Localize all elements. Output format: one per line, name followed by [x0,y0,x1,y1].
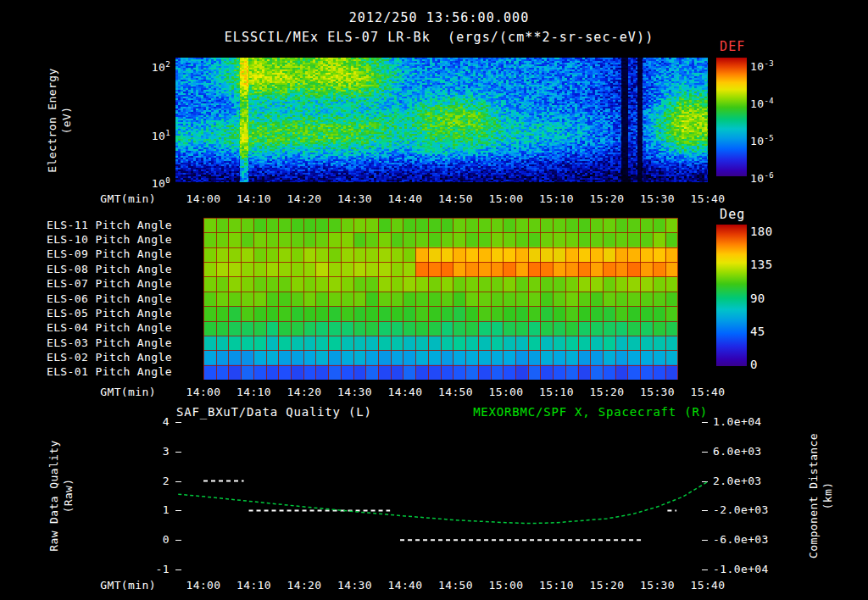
quality-tick-label: 1 [132,503,170,517]
time-tick-label: 15:20 [586,192,628,206]
deg-colorbar-tick-label: 135 [750,258,773,271]
time-tick-label: 14:10 [233,386,275,399]
time-tick-label: 14:50 [435,579,477,592]
time-tick-label: 15:30 [637,579,679,592]
time-tick-label: 14:10 [233,579,275,592]
time-tick-label: 14:20 [283,192,326,206]
pitch-row-label: ELS-05 Pitch Angle [45,307,172,320]
pitch-row-label: ELS-10 Pitch Angle [45,233,172,247]
def-colorbar-tick-label: 10-6 [750,169,774,186]
pitch-row-label: ELS-03 Pitch Angle [45,336,172,350]
time-tick-label: 15:10 [536,386,578,399]
deg-colorbar [716,225,747,366]
pitch-row-label: ELS-01 Pitch Angle [45,365,172,379]
def-colorbar [716,58,747,176]
pitch-row-label: ELS-07 Pitch Angle [45,277,172,291]
deg-colorbar-tick-label: 90 [750,292,765,305]
time-tick-label: 15:00 [485,386,527,399]
time-tick-label: 14:00 [182,579,225,592]
spacecraft-series-title: MEXORBMC/SPF X, Spacecraft (R) [424,405,708,419]
quality-series-title: SAF_BXuT/Data Quality (L) [176,405,372,419]
pitch-row-label: ELS-08 Pitch Angle [45,263,172,276]
time-tick-label: 15:10 [536,579,578,592]
distance-tick-label: -6.0e+03 [713,533,769,547]
gmt-axis-label: GMT(min) [78,192,156,206]
gmt-axis-label: GMT(min) [78,386,156,399]
deg-colorbar-tick-label: 0 [750,358,758,371]
time-tick-label: 15:40 [687,579,729,592]
distance-tick-label: -1.0e+04 [713,563,769,576]
time-tick-label: 14:20 [283,579,326,592]
pitch-angle-heatmap [175,218,708,380]
time-tick-label: 14:50 [435,386,477,399]
pitch-row-label: ELS-02 Pitch Angle [45,351,172,364]
time-tick-label: 14:30 [334,192,376,206]
plot-timestamp: 2012/250 13:56:00.000 [222,10,656,25]
quality-tick-label: 4 [132,415,170,429]
energy-axis-label: Electron Energy (eV) [45,51,74,190]
quality-tick-label: -1 [132,563,170,576]
time-tick-label: 15:30 [637,192,679,206]
time-tick-label: 15:10 [536,192,578,206]
deg-colorbar-tick-label: 45 [750,325,765,338]
energy-tick-label: 100 [131,174,170,191]
deg-colorbar-title: Deg [720,207,745,222]
time-tick-label: 14:30 [334,579,376,592]
time-tick-label: 14:20 [283,386,326,399]
time-tick-label: 15:40 [687,192,729,206]
def-colorbar-tick-label: 10-5 [750,131,774,148]
energy-tick-label: 102 [131,58,170,75]
quality-tick-label: 0 [132,533,170,547]
time-tick-label: 14:50 [435,192,477,206]
distance-axis-label: Component Distance (km) [806,418,835,574]
def-colorbar-title: DEF [720,39,745,54]
time-tick-label: 14:30 [334,386,376,399]
time-tick-label: 15:30 [637,386,679,399]
distance-tick-label: 2.0e+03 [713,475,762,488]
pitch-row-label: ELS-11 Pitch Angle [45,219,172,232]
pitch-row-label: ELS-04 Pitch Angle [45,321,172,335]
quality-tick-label: 3 [132,445,170,458]
time-tick-label: 14:40 [384,386,426,399]
els-science-plot-window: 2012/250 13:56:00.000 ELSSCIL/MEx ELS-07… [0,0,868,600]
def-colorbar-tick-label: 10-3 [750,57,774,74]
quality-distance-plot [175,419,708,572]
def-colorbar-tick-label: 10-4 [750,94,774,111]
energy-tick-label: 101 [131,126,170,143]
time-tick-label: 15:00 [485,192,527,206]
pitch-row-label: ELS-09 Pitch Angle [45,247,172,261]
time-tick-label: 15:00 [485,579,527,592]
deg-colorbar-tick-label: 180 [750,225,773,238]
time-tick-label: 15:40 [687,386,729,399]
pitch-row-label: ELS-06 Pitch Angle [45,292,172,306]
gmt-axis-label: GMT(min) [78,579,156,592]
distance-tick-label: 6.0e+03 [713,445,762,458]
spectrogram-title: ELSSCIL/MEx ELS-07 LR-Bk (ergs/(cm**2-sr… [137,30,741,45]
distance-tick-label: -2.0e+03 [713,503,769,517]
time-tick-label: 14:40 [384,192,426,206]
electron-energy-spectrogram [175,58,708,182]
quality-tick-label: 2 [132,475,170,488]
distance-tick-label: 1.0e+04 [713,415,762,429]
time-tick-label: 15:20 [586,386,628,399]
time-tick-label: 14:00 [182,192,225,206]
time-tick-label: 15:20 [586,579,628,592]
time-tick-label: 14:10 [233,192,275,206]
time-tick-label: 14:00 [182,386,225,399]
quality-axis-label: Raw Data Quality (Raw) [47,423,75,569]
time-tick-label: 14:40 [384,579,426,592]
